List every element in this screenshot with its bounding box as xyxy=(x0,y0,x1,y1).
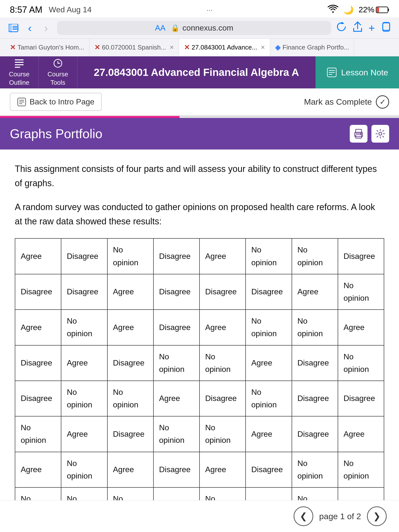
tab-algebra[interactable]: ✕ 27.0843001 Advance... ✕ xyxy=(179,39,270,56)
status-bar: 8:57 AM Wed Aug 14 ··· 🌙 22% xyxy=(0,0,399,17)
back-to-intro-button[interactable]: Back to Intro Page xyxy=(10,93,102,111)
tab-finance[interactable]: ◆ Finance Graph Portfo... xyxy=(270,39,354,56)
browser-bar: ‹ › AA 🔒 connexus.com + xyxy=(0,17,399,39)
svg-rect-13 xyxy=(15,64,24,65)
reload-button[interactable] xyxy=(336,21,347,34)
intro-paragraph-2: A random survey was conducted to gather … xyxy=(15,200,384,228)
svg-rect-24 xyxy=(356,129,362,133)
tab-spanish[interactable]: ✕ 60.0720001 Spanish... ✕ xyxy=(89,39,179,56)
lock-icon: 🔒 xyxy=(171,24,180,32)
table-cell: Agree xyxy=(15,452,61,487)
tab-tamari[interactable]: ✕ Tamari Guyton's Hom... xyxy=(5,39,89,56)
table-cell: Agree xyxy=(15,310,61,345)
table-cell: No opinion xyxy=(61,310,107,345)
table-cell: Disagree xyxy=(153,310,200,345)
status-dots: ··· xyxy=(206,6,213,14)
table-cell: Disagree xyxy=(107,345,153,381)
table-cell: Disagree xyxy=(61,274,107,310)
sidebar-toggle-button[interactable] xyxy=(7,22,20,34)
table-cell: No opinion xyxy=(246,238,292,274)
svg-rect-10 xyxy=(383,23,390,30)
table-cell: Agree xyxy=(338,310,384,345)
table-cell: Disagree xyxy=(292,381,338,416)
table-row: AgreeNo opinionAgreeDisagreeAgreeNo opin… xyxy=(15,310,384,345)
table-cell: No opinion xyxy=(107,238,153,274)
table-cell: Agree xyxy=(61,416,107,452)
table-row: DisagreeAgreeDisagreeNo opinionNo opinio… xyxy=(15,345,384,381)
table-row: No opinionAgreeDisagreeNo opinionNo opin… xyxy=(15,416,384,452)
course-title: 27.0843001 Advanced Financial Algebra A xyxy=(77,56,316,88)
lesson-note-button[interactable]: Lesson Note xyxy=(316,56,399,88)
check-circle-icon: ✓ xyxy=(376,95,389,109)
table-cell: Agree xyxy=(153,381,200,416)
next-page-button[interactable]: ❯ xyxy=(367,506,387,526)
svg-point-27 xyxy=(361,133,362,135)
tab-close-2[interactable]: ✕ xyxy=(169,44,174,51)
table-cell: Disagree xyxy=(338,381,384,416)
forward-browser-button[interactable]: › xyxy=(40,22,52,34)
svg-rect-4 xyxy=(9,24,12,32)
course-outline-button[interactable]: CourseOutline xyxy=(0,56,39,88)
address-bar[interactable]: AA 🔒 connexus.com xyxy=(57,21,331,35)
tab-label-1: Tamari Guyton's Hom... xyxy=(17,44,84,51)
lesson-note-label: Lesson Note xyxy=(341,68,388,77)
table-cell: No opinion xyxy=(338,452,384,487)
share-button[interactable] xyxy=(353,21,363,34)
table-cell: No opinion xyxy=(292,238,338,274)
table-row: AgreeNo opinionAgreeDisagreeAgreeDisagre… xyxy=(15,452,384,487)
table-cell: Agree xyxy=(61,345,107,381)
back-browser-button[interactable]: ‹ xyxy=(24,22,36,34)
table-cell: Disagree xyxy=(246,452,292,487)
table-cell: Agree xyxy=(200,238,246,274)
table-row: DisagreeNo opinionNo opinionAgreeDisagre… xyxy=(15,381,384,416)
prev-page-button[interactable]: ❮ xyxy=(294,506,313,526)
table-cell: No opinion xyxy=(61,381,107,416)
tabs-bar: ✕ Tamari Guyton's Hom... ✕ 60.0720001 Sp… xyxy=(0,39,399,56)
battery-indicator: 22% xyxy=(359,5,389,14)
table-cell: Disagree xyxy=(153,452,200,487)
table-cell: Agree xyxy=(200,310,246,345)
tab-favicon-g1: ◆ xyxy=(275,43,281,51)
table-cell: Agree xyxy=(200,452,246,487)
table-cell: Disagree xyxy=(292,416,338,452)
next-icon: ❯ xyxy=(373,511,381,521)
page-title: Graphs Portfolio xyxy=(10,126,102,141)
tabs-overview-button[interactable] xyxy=(381,21,392,34)
table-cell: No opinion xyxy=(246,310,292,345)
course-nav: CourseOutline CourseTools 27.0843001 Adv… xyxy=(0,56,399,88)
table-cell: Disagree xyxy=(246,274,292,310)
tab-close-3[interactable]: ✕ xyxy=(261,44,265,51)
table-row: AgreeDisagreeNo opinionDisagreeAgreeNo o… xyxy=(15,238,384,274)
back-label: Back to Intro Page xyxy=(30,97,94,106)
page-header: Graphs Portfolio xyxy=(0,118,399,150)
print-button[interactable] xyxy=(350,125,367,143)
add-tab-button[interactable]: + xyxy=(368,22,375,34)
svg-rect-12 xyxy=(15,62,24,63)
settings-button[interactable] xyxy=(371,125,389,143)
course-outline-label: CourseOutline xyxy=(9,70,30,87)
table-cell: Agree xyxy=(292,274,338,310)
prev-icon: ❮ xyxy=(300,511,307,521)
url-text: connexus.com xyxy=(183,23,233,33)
status-date: Wed Aug 14 xyxy=(49,5,92,14)
table-cell: No opinion xyxy=(153,416,200,452)
mark-complete-button[interactable]: Mark as Complete ✓ xyxy=(304,95,389,109)
content-area: This assignment consists of four parts a… xyxy=(0,150,399,532)
tab-label-4: Finance Graph Portfo... xyxy=(283,44,349,51)
table-cell: No opinion xyxy=(153,345,200,381)
svg-rect-1 xyxy=(388,9,389,11)
table-cell: Agree xyxy=(246,416,292,452)
table-cell: Agree xyxy=(246,345,292,381)
status-time: 8:57 AM xyxy=(10,5,42,15)
wifi-icon xyxy=(328,4,338,15)
table-cell: Disagree xyxy=(15,274,61,310)
table-cell: No opinion xyxy=(61,452,107,487)
table-cell: Disagree xyxy=(338,238,384,274)
tab-favicon-x1: ✕ xyxy=(10,43,16,51)
tab-label-2: 60.0720001 Spanish... xyxy=(102,44,166,51)
table-cell: No opinion xyxy=(107,381,153,416)
course-tools-button[interactable]: CourseTools xyxy=(39,56,77,88)
svg-rect-2 xyxy=(377,7,379,12)
action-bar: Back to Intro Page Mark as Complete ✓ xyxy=(0,88,399,116)
tab-favicon-x3: ✕ xyxy=(184,43,190,51)
